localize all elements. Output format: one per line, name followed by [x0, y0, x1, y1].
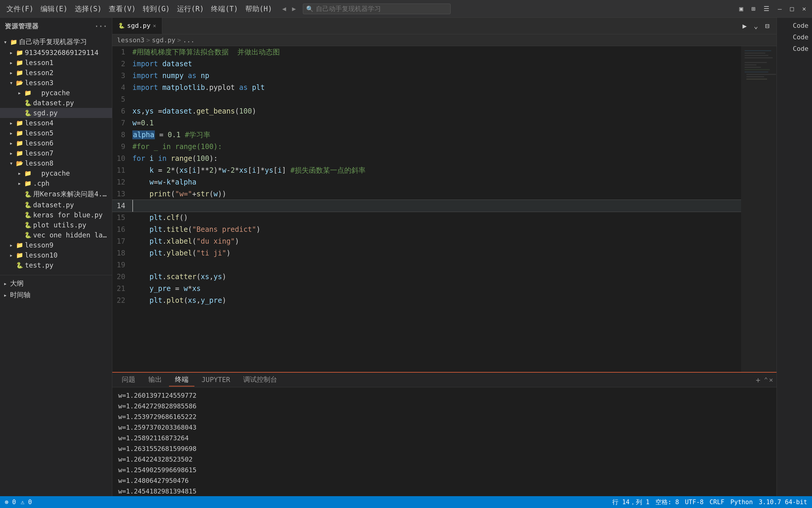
code-button-3[interactable]: Code	[777, 43, 812, 54]
status-encoding[interactable]: UTF-8	[685, 499, 704, 506]
sidebar-item-plot-utils[interactable]: ▸ 🐍 plot_utils.py	[0, 220, 112, 230]
code-line-19: 19	[112, 259, 741, 271]
python-file-icon: 🐍	[24, 110, 31, 117]
folder-label: .cph	[33, 179, 49, 187]
sidebar-item-lesson5[interactable]: ▸ 📁 lesson5	[0, 128, 112, 138]
sidebar-item-folder-913[interactable]: ▸ 📁 9134593268691291​14	[0, 48, 112, 58]
breadcrumb-lesson3[interactable]: lesson3	[117, 36, 144, 44]
sidebar-item-sgd-py[interactable]: ▸ 🐍 sgd.py	[0, 108, 112, 118]
status-warnings[interactable]: ⚠ 0	[21, 499, 32, 506]
menu-file[interactable]: 文件(F)	[4, 3, 36, 15]
chevron-right-icon: ▸	[8, 49, 14, 56]
chevron-right-icon: ▸	[16, 89, 22, 96]
search-icon: 🔍	[306, 5, 314, 12]
panel-tab-debug[interactable]: 调试控制台	[237, 373, 283, 386]
minimize-button[interactable]: —	[775, 4, 784, 13]
sidebar-item-vec[interactable]: ▸ 🐍 vec_one_hidden_lay...	[0, 230, 112, 240]
layout-icon[interactable]: ▣	[737, 4, 746, 13]
breadcrumb-sgd[interactable]: sgd.py	[152, 36, 175, 44]
sidebar-item-pycache[interactable]: ▸ 📁 __pycache__	[0, 88, 112, 98]
run-button[interactable]: ▶	[740, 21, 749, 31]
sidebar-item-lesson6[interactable]: ▸ 📁 lesson6	[0, 138, 112, 148]
folder-closed-icon: 📁	[16, 242, 23, 249]
menu-goto[interactable]: 转到(G)	[140, 3, 173, 15]
run-dropdown[interactable]: ⌄	[752, 21, 760, 31]
menu-select[interactable]: 选择(S)	[72, 3, 105, 15]
file-label: 用Keras来解决问题4...	[33, 189, 110, 199]
code-line-14: 14	[112, 200, 741, 212]
sidebar-item-lesson7[interactable]: ▸ 📁 lesson7	[0, 148, 112, 158]
code-editor[interactable]: 1 #用随机梯度下降算法拟合数据 并做出动态图 2 import dataset…	[112, 46, 741, 372]
sidebar-item-root[interactable]: ▾ 📁 自己动手复现机器学习	[0, 36, 112, 48]
sidebar-item-lesson4[interactable]: ▸ 📁 lesson4	[0, 118, 112, 128]
breadcrumb-more[interactable]: ...	[183, 36, 195, 44]
sidebar-item-pycache2[interactable]: ▸ 📁 __pycache__	[0, 168, 112, 178]
panel-tab-jupyter[interactable]: JUPYTER	[196, 374, 236, 386]
close-button[interactable]: ✕	[800, 4, 808, 13]
menu-view[interactable]: 查看(V)	[106, 3, 139, 15]
search-input[interactable]	[316, 5, 447, 13]
panel-icon[interactable]: ☰	[761, 4, 772, 13]
sidebar-item-lesson8[interactable]: ▾ 📂 lesson8	[0, 158, 112, 168]
terminal-output-2: w=1.2539729686165222	[118, 412, 771, 422]
panel-close-icon[interactable]: ✕	[769, 376, 773, 383]
panel-tab-output[interactable]: 输出	[142, 373, 168, 386]
status-line-ending[interactable]: CRLF	[710, 499, 724, 506]
search-bar[interactable]: 🔍	[303, 4, 450, 14]
sidebar-item-dataset2[interactable]: ▸ 🐍 dataset.py	[0, 200, 112, 210]
back-button[interactable]: ◀	[280, 4, 288, 13]
folder-label: __pycache__	[33, 169, 78, 177]
sidebar-item-lesson10[interactable]: ▸ 📁 lesson10	[0, 250, 112, 260]
svg-rect-4	[745, 57, 773, 58]
sidebar-item-keras-file[interactable]: ▸ 🐍 用Keras来解决问题4...	[0, 188, 112, 200]
sidebar-more-button[interactable]: ···	[95, 22, 107, 31]
panel-add-button[interactable]: +	[756, 376, 761, 384]
split-icon[interactable]: ⊞	[749, 4, 758, 13]
status-right: 行 14，列 1 空格: 8 UTF-8 CRLF Python 3.10.7 …	[612, 498, 807, 506]
chevron-right-icon: ▸	[16, 170, 22, 177]
layout-toggle[interactable]: ⊟	[763, 21, 772, 31]
forward-button[interactable]: ▶	[290, 4, 298, 13]
code-line-1: 1 #用随机梯度下降算法拟合数据 并做出动态图	[112, 46, 741, 58]
menu-terminal[interactable]: 终端(T)	[208, 3, 241, 15]
folder-icon: 📁	[10, 38, 17, 46]
status-python-version[interactable]: 3.10.7 64-bit	[759, 499, 807, 506]
menu-edit[interactable]: 编辑(E)	[38, 3, 70, 15]
panel-chevron-up[interactable]: ⌃	[764, 376, 768, 383]
tab-close-button[interactable]: ✕	[153, 23, 156, 29]
menu-help[interactable]: 帮助(H)	[242, 3, 275, 15]
panel-tab-issues[interactable]: 问题	[116, 373, 141, 386]
tab-sgd-py[interactable]: 🐍 sgd.py ✕	[112, 18, 162, 34]
file-label: dataset.py	[33, 201, 74, 209]
code-button-1[interactable]: Code	[777, 20, 812, 31]
sidebar-item-cph[interactable]: ▸ 📁 .cph	[0, 178, 112, 188]
file-label: keras_for_blue.py	[33, 211, 102, 219]
code-button-2[interactable]: Code	[777, 32, 812, 43]
sidebar-item-keras-blue[interactable]: ▸ 🐍 keras_for_blue.py	[0, 210, 112, 220]
code-line-10: 10 for i in range(100):	[112, 153, 741, 164]
menu-run[interactable]: 运行(R)	[174, 3, 207, 15]
sidebar-item-lesson2[interactable]: ▸ 📁 lesson2	[0, 68, 112, 78]
sidebar-header: 资源管理器 ···	[0, 18, 112, 35]
sidebar-item-dataset-py[interactable]: ▸ 🐍 dataset.py	[0, 98, 112, 108]
maximize-button[interactable]: □	[788, 4, 796, 13]
sidebar-item-lesson3[interactable]: ▾ 📂 lesson3	[0, 78, 112, 88]
terminal-output-5: w=1.2631552681599698	[118, 443, 771, 454]
file-tree: ▾ 📁 自己动手复现机器学习 ▸ 📁 9134593268691291​14 ▸…	[0, 35, 112, 496]
editor-area: 🐍 sgd.py ✕ ▶ ⌄ ⊟ lesson3 > sgd.py > ...	[112, 18, 776, 496]
status-spaces[interactable]: 空格: 8	[655, 498, 679, 506]
status-line-col[interactable]: 行 14，列 1	[612, 498, 650, 506]
status-language[interactable]: Python	[730, 499, 753, 506]
sidebar-item-test-py[interactable]: ▸ 🐍 test.py	[0, 260, 112, 270]
code-line-4: 4 import matplotlib.pyplot as plt	[112, 82, 741, 93]
panel-tab-terminal[interactable]: 终端	[169, 373, 194, 386]
code-line-8: 8 alpha = 0.1 #学习率	[112, 129, 741, 141]
folder-closed-icon: 📁	[16, 252, 23, 259]
timeline-section[interactable]: ▸ 时间轴	[0, 289, 112, 301]
outline-section[interactable]: ▸ 大纲	[0, 278, 112, 289]
status-errors[interactable]: ⊗ 0	[5, 499, 16, 506]
sidebar-item-lesson9[interactable]: ▸ 📁 lesson9	[0, 240, 112, 250]
minimap	[741, 46, 776, 372]
sidebar-item-lesson1[interactable]: ▸ 📁 lesson1	[0, 58, 112, 68]
folder-closed-icon: 📁	[16, 150, 23, 157]
